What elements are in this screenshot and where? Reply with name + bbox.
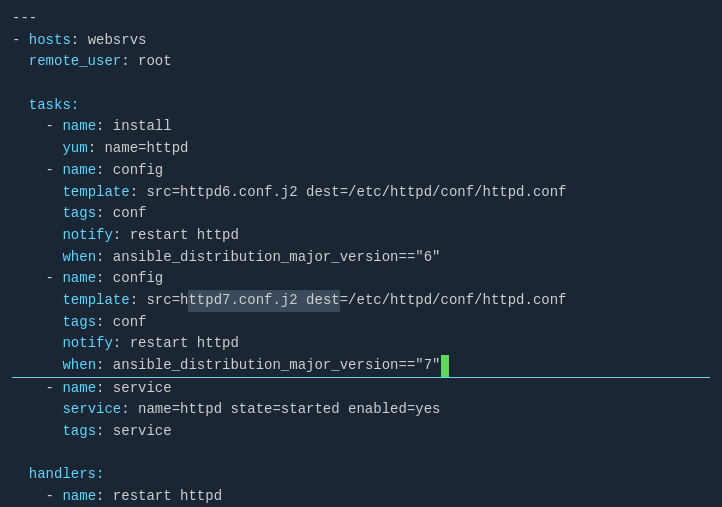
code-line — [12, 443, 710, 465]
code-line: when: ansible_distribution_major_version… — [12, 355, 710, 378]
code-token: when — [62, 355, 96, 377]
code-line: notify: restart httpd — [12, 333, 710, 355]
code-token: tasks — [12, 95, 71, 117]
code-line: handlers: — [12, 464, 710, 486]
code-line: - name: service — [12, 378, 710, 400]
code-token — [12, 138, 62, 160]
code-token: : restart httpd — [96, 486, 222, 507]
code-token: : websrvs — [71, 30, 147, 52]
code-token: remote_user — [12, 51, 121, 73]
code-line: yum: name=httpd — [12, 138, 710, 160]
code-token: yum — [62, 138, 87, 160]
code-token: : — [71, 95, 79, 117]
code-line: - hosts: websrvs — [12, 30, 710, 52]
code-line: --- — [12, 8, 710, 30]
code-token — [12, 182, 62, 204]
code-line: template: src=httpd7.conf.j2 dest=/etc/h… — [12, 290, 710, 312]
code-token: handlers — [12, 464, 96, 486]
code-token: =/etc/httpd/conf/httpd.conf — [340, 290, 567, 312]
code-token: hosts — [29, 30, 71, 52]
code-token: ttpd7.conf.j2 dest — [188, 290, 339, 312]
code-token: name — [62, 486, 96, 507]
code-token: : conf — [96, 312, 146, 334]
code-token: : conf — [96, 203, 146, 225]
code-token: : src=h — [130, 290, 189, 312]
code-line: - name: config — [12, 268, 710, 290]
code-line: service: name=httpd state=started enable… — [12, 399, 710, 421]
code-token: : src=httpd6.conf.j2 dest=/etc/httpd/con… — [130, 182, 567, 204]
code-token: : service — [96, 378, 172, 400]
code-token: - — [12, 486, 62, 507]
code-line: notify: restart httpd — [12, 225, 710, 247]
code-line: template: src=httpd6.conf.j2 dest=/etc/h… — [12, 182, 710, 204]
code-token: - — [12, 378, 62, 400]
code-line: tags: service — [12, 421, 710, 443]
code-token — [12, 399, 62, 421]
code-token: : — [96, 464, 104, 486]
code-token: when — [62, 247, 96, 269]
code-token: name — [62, 378, 96, 400]
code-token: : config — [96, 268, 163, 290]
code-token: notify — [62, 333, 112, 355]
code-token: - — [12, 30, 29, 52]
code-token: : ansible_distribution_major_version=="6… — [96, 247, 440, 269]
code-token — [12, 203, 62, 225]
code-token: tags — [62, 312, 96, 334]
code-token: : root — [121, 51, 171, 73]
code-line: - name: install — [12, 116, 710, 138]
code-editor: ---- hosts: websrvs remote_user: root ta… — [0, 0, 722, 507]
code-token: template — [62, 182, 129, 204]
code-token — [12, 247, 62, 269]
code-line: - name: restart httpd — [12, 486, 710, 507]
code-token: : name=httpd state=started enabled=yes — [121, 399, 440, 421]
code-token: name — [62, 160, 96, 182]
code-token: template — [62, 290, 129, 312]
code-line: - name: config — [12, 160, 710, 182]
code-token: : ansible_distribution_major_version=="7… — [96, 355, 440, 377]
code-token — [12, 421, 62, 443]
code-token: : install — [96, 116, 172, 138]
code-token: : restart httpd — [113, 225, 239, 247]
code-token: name — [62, 268, 96, 290]
code-token — [12, 312, 62, 334]
code-token: name — [62, 116, 96, 138]
code-token — [12, 355, 62, 377]
code-line: tags: conf — [12, 312, 710, 334]
code-line — [12, 73, 710, 95]
code-token: : service — [96, 421, 172, 443]
code-token: : config — [96, 160, 163, 182]
code-line: remote_user: root — [12, 51, 710, 73]
code-token: tags — [62, 421, 96, 443]
code-token — [12, 290, 62, 312]
code-token: - — [12, 160, 62, 182]
code-token: tags — [62, 203, 96, 225]
code-token: service — [62, 399, 121, 421]
code-token: : name=httpd — [88, 138, 189, 160]
code-token: - — [12, 116, 62, 138]
code-token: : restart httpd — [113, 333, 239, 355]
code-token: - — [12, 268, 62, 290]
code-token — [441, 355, 449, 377]
code-token: notify — [62, 225, 112, 247]
code-token — [12, 225, 62, 247]
code-line: tasks: — [12, 95, 710, 117]
code-token — [12, 333, 62, 355]
code-line: when: ansible_distribution_major_version… — [12, 247, 710, 269]
code-line: tags: conf — [12, 203, 710, 225]
